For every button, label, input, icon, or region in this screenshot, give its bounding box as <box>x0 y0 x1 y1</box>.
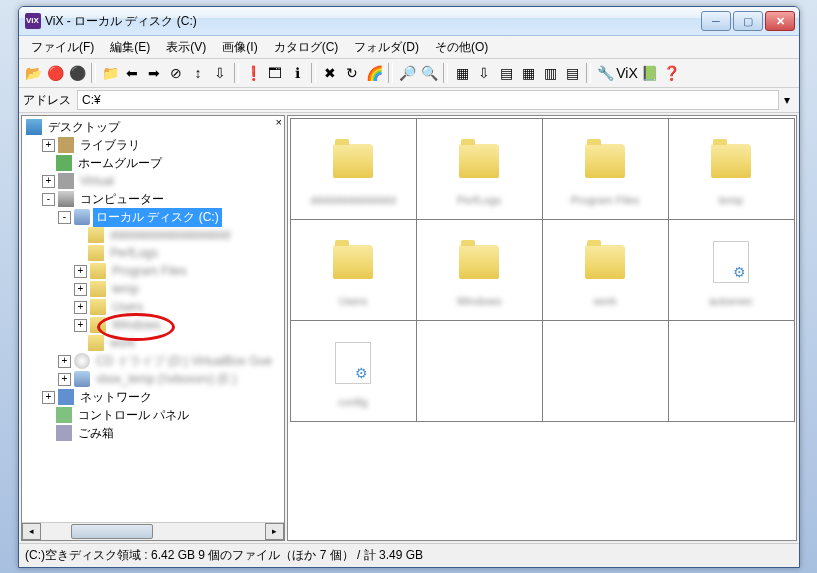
tree-node[interactable]: +Windows <box>24 316 284 334</box>
toolbar-button[interactable]: ▦ <box>518 63 538 83</box>
menu-other[interactable]: その他(O) <box>427 37 496 58</box>
tree-expander <box>74 338 85 349</box>
tree-label: Virtual <box>77 173 117 189</box>
file-cell[interactable] <box>668 320 795 422</box>
file-cell[interactable]: PerfLogs <box>416 118 543 220</box>
scroll-thumb[interactable] <box>71 524 153 539</box>
tree-close-icon[interactable]: × <box>276 116 282 128</box>
menu-catalog[interactable]: カタログ(C) <box>266 37 347 58</box>
toolbar-button[interactable]: ↻ <box>342 63 362 83</box>
tree-h-scrollbar[interactable]: ◂ ▸ <box>22 522 284 540</box>
toolbar-button[interactable]: ▦ <box>452 63 472 83</box>
tree-expander[interactable]: + <box>74 265 87 278</box>
file-cell[interactable]: temp <box>668 118 795 220</box>
toolbar-button[interactable]: 🔎 <box>397 63 417 83</box>
toolbar-button[interactable]: ⇩ <box>210 63 230 83</box>
close-button[interactable]: ✕ <box>765 11 795 31</box>
menu-folder[interactable]: フォルダ(D) <box>346 37 427 58</box>
tree-label: ホームグループ <box>75 154 165 173</box>
toolbar-button[interactable]: ⊘ <box>166 63 186 83</box>
tree-expander[interactable]: + <box>42 391 55 404</box>
tree-node[interactable]: PerfLogs <box>24 244 284 262</box>
cpl-icon <box>56 407 72 423</box>
tree-expander[interactable]: - <box>42 193 55 206</box>
file-cell[interactable] <box>542 320 669 422</box>
menu-view[interactable]: 表示(V) <box>158 37 214 58</box>
file-grid[interactable]: ddddddddddddddPerfLogsProgram FilestempU… <box>287 115 797 541</box>
file-label: work <box>593 295 616 307</box>
minimize-button[interactable]: ─ <box>701 11 731 31</box>
tree-node[interactable]: +Users <box>24 298 284 316</box>
toolbar-button[interactable]: ❗ <box>243 63 263 83</box>
tree-expander[interactable]: + <box>58 373 71 386</box>
file-cell[interactable]: work <box>542 219 669 321</box>
tree-expander[interactable]: + <box>42 139 55 152</box>
tree-node[interactable]: ごみ箱 <box>24 424 284 442</box>
toolbar-button[interactable]: ℹ <box>287 63 307 83</box>
folder-icon <box>585 144 625 178</box>
tree-root[interactable]: デスクトップ <box>24 118 284 136</box>
tree-node[interactable]: work <box>24 334 284 352</box>
file-cell[interactable]: Windows <box>416 219 543 321</box>
folder-icon <box>88 335 104 351</box>
scroll-right-arrow[interactable]: ▸ <box>265 523 284 540</box>
tree-expander[interactable]: + <box>42 175 55 188</box>
file-cell[interactable]: autoexec <box>668 219 795 321</box>
toolbar-button[interactable]: 🔧 <box>595 63 615 83</box>
titlebar[interactable]: ViX - ローカル ディスク (C:) ─ ▢ ✕ <box>19 7 799 36</box>
maximize-button[interactable]: ▢ <box>733 11 763 31</box>
tree-node[interactable]: +Program Files <box>24 262 284 280</box>
tree-expander[interactable]: - <box>58 211 71 224</box>
toolbar-button[interactable]: ✖ <box>320 63 340 83</box>
file-cell[interactable]: config <box>290 320 417 422</box>
tree-node[interactable]: +vbox_temp (\\vboxsrv) (E:) <box>24 370 284 388</box>
address-dropdown-icon[interactable]: ▾ <box>779 93 795 107</box>
tree-expander[interactable]: + <box>58 355 71 368</box>
toolbar-button[interactable]: ➡ <box>144 63 164 83</box>
toolbar-button[interactable]: 🌈 <box>364 63 384 83</box>
scroll-left-arrow[interactable]: ◂ <box>22 523 41 540</box>
folder-icon <box>459 245 499 279</box>
toolbar-button[interactable]: 📁 <box>100 63 120 83</box>
toolbar-button[interactable]: ↕ <box>188 63 208 83</box>
file-cell[interactable] <box>416 320 543 422</box>
toolbar-button[interactable]: ▤ <box>562 63 582 83</box>
tree-expander[interactable]: + <box>74 301 87 314</box>
toolbar-button[interactable]: 🔍 <box>419 63 439 83</box>
tree-node[interactable]: +ネットワーク <box>24 388 284 406</box>
address-input[interactable]: C:¥ <box>77 90 779 110</box>
tree-node[interactable]: +CD ドライブ (D:) VirtualBox Gue <box>24 352 284 370</box>
menu-file[interactable]: ファイル(F) <box>23 37 102 58</box>
toolbar-button[interactable]: ViX <box>617 63 637 83</box>
toolbar-button[interactable]: ❓ <box>661 63 681 83</box>
tree-node[interactable]: +Virtual <box>24 172 284 190</box>
menu-image[interactable]: 画像(I) <box>214 37 265 58</box>
virtual-icon <box>58 173 74 189</box>
file-cell[interactable]: Program Files <box>542 118 669 220</box>
file-label: Windows <box>457 295 502 307</box>
tree-node[interactable]: +ライブラリ <box>24 136 284 154</box>
file-cell[interactable]: Users <box>290 219 417 321</box>
toolbar-button[interactable]: 📗 <box>639 63 659 83</box>
tree-node[interactable]: +temp <box>24 280 284 298</box>
tree-node[interactable]: -コンピューター <box>24 190 284 208</box>
folder-icon <box>90 281 106 297</box>
tree-node[interactable]: コントロール パネル <box>24 406 284 424</box>
toolbar-button[interactable]: 📂 <box>23 63 43 83</box>
toolbar-button[interactable]: 🔴 <box>45 63 65 83</box>
tree-expander[interactable]: + <box>74 283 87 296</box>
menu-edit[interactable]: 編集(E) <box>102 37 158 58</box>
toolbar-button[interactable]: ⇩ <box>474 63 494 83</box>
tree-node[interactable]: ホームグループ <box>24 154 284 172</box>
tree-node[interactable]: -ローカル ディスク (C:) <box>24 208 284 226</box>
file-cell[interactable]: dddddddddddddd <box>290 118 417 220</box>
toolbar-button[interactable]: 🗔 <box>265 63 285 83</box>
folder-tree[interactable]: デスクトップ+ライブラリホームグループ+Virtual-コンピューター-ローカル… <box>22 116 284 522</box>
tree-node[interactable]: dddddddddddddddddd <box>24 226 284 244</box>
toolbar-button[interactable]: ⚫ <box>67 63 87 83</box>
tree-expander[interactable]: + <box>74 319 87 332</box>
toolbar-button[interactable]: ⬅ <box>122 63 142 83</box>
toolbar-button[interactable]: ▤ <box>496 63 516 83</box>
toolbar-button[interactable]: ▥ <box>540 63 560 83</box>
tree-expander <box>74 230 85 241</box>
